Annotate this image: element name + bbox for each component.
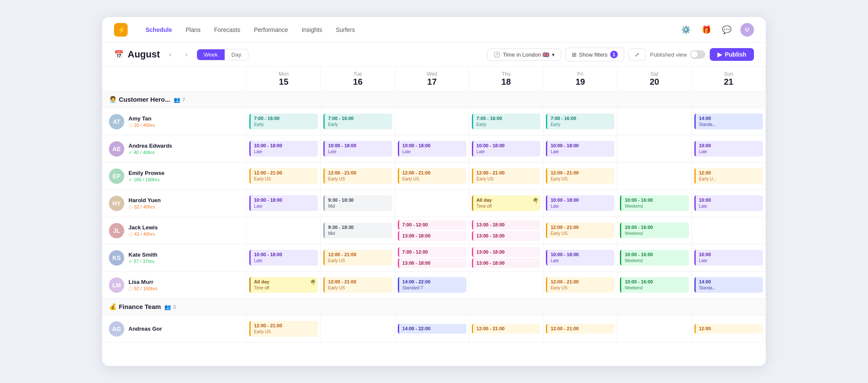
shift-block[interactable]: 10:00 - 18:00Late bbox=[472, 141, 540, 157]
shift-block[interactable]: 12:00 - 21:00 bbox=[472, 324, 540, 334]
shift-block[interactable]: 10:00 - 18:00Late bbox=[249, 141, 318, 157]
shift-block[interactable]: 13:00 - 18:00 bbox=[472, 247, 540, 257]
nav-schedule[interactable]: Schedule bbox=[140, 24, 178, 36]
shift-block[interactable]: 9:30 - 18:30Mid bbox=[323, 195, 392, 211]
person-avatar-1-0: AG bbox=[109, 321, 124, 337]
shift-block[interactable]: 9:30 - 18:30Mid bbox=[323, 223, 392, 238]
week-view-button[interactable]: Week bbox=[197, 49, 225, 60]
day-cell-0-4-5: 10:00 - 16:00Weekend bbox=[617, 217, 691, 244]
shift-block[interactable]: 12:00 - 21:00Early US bbox=[546, 168, 614, 184]
nav-surfers[interactable]: Surfers bbox=[330, 24, 361, 36]
shift-block[interactable]: 12:00 - 21:00Early US bbox=[472, 168, 540, 184]
settings-icon[interactable]: ⚙️ bbox=[679, 23, 693, 37]
shift-block[interactable]: 12:00 - 21:00Early US bbox=[323, 168, 392, 184]
published-toggle-switch[interactable] bbox=[690, 50, 705, 59]
shift-block[interactable]: 7:00 - 16:00Early bbox=[472, 114, 540, 129]
show-filters-button[interactable]: ⊞ Show filters 1 bbox=[565, 48, 624, 61]
published-view-toggle: Published view bbox=[650, 50, 706, 59]
shift-block[interactable]: 10:00 - 18:00Late bbox=[249, 195, 318, 211]
shift-block[interactable]: 10:00Late bbox=[694, 195, 763, 211]
shift-block[interactable]: 13:00 - 18:00 bbox=[472, 231, 540, 241]
shift-block[interactable]: 10:00 - 18:00Late bbox=[249, 250, 318, 266]
publish-icon: ▶ bbox=[717, 51, 722, 58]
timezone-button[interactable]: 🕐 Time in London 🇬🇧 ▾ bbox=[487, 49, 561, 61]
shift-block[interactable]: 12:00 bbox=[694, 324, 763, 334]
day-cell-1-0-5 bbox=[617, 315, 691, 342]
shift-block[interactable]: 10:00 - 18:00Late bbox=[398, 141, 466, 157]
help-icon[interactable]: 💬 bbox=[720, 23, 734, 37]
shift-block[interactable]: 10:00Late bbox=[694, 141, 763, 157]
person-details-0-2: Emily Prowse ✓ 160 / 160hrs bbox=[128, 170, 165, 183]
shift-block[interactable]: 10:00 - 18:00Late bbox=[323, 141, 392, 157]
shift-block[interactable]: 12:00 - 21:00Early US bbox=[249, 168, 318, 184]
nav-insights[interactable]: Insights bbox=[296, 24, 328, 36]
shift-block[interactable]: 10:00 - 16:00Weekend bbox=[620, 277, 688, 293]
person-info-0-6: LM Lisa Murr ◌ 92 / 160hrs bbox=[102, 272, 247, 298]
filter-icon: ⊞ bbox=[572, 51, 577, 58]
person-name-0-0: Amy Tan bbox=[128, 115, 155, 122]
next-month-button[interactable]: › bbox=[180, 49, 192, 60]
svg-text:⚡: ⚡ bbox=[117, 26, 126, 34]
schedule-area: Mon 15 Tue 16 Wed 17 Thu 18 Fri 19 Sat 2… bbox=[102, 67, 766, 366]
shift-block[interactable]: 14:00Standa... bbox=[694, 114, 763, 129]
shift-block[interactable]: 7:00 - 16:00Early bbox=[323, 114, 392, 129]
shift-block[interactable]: 10:00 - 16:00Weekend bbox=[620, 250, 688, 266]
shift-block[interactable]: 7:00 - 12:00 bbox=[398, 247, 466, 257]
shift-block[interactable]: 12:00 - 21:00Early US bbox=[398, 168, 466, 184]
shift-block[interactable]: 10:00 - 16:00Weekend bbox=[620, 195, 688, 211]
nav-forecasts[interactable]: Forecasts bbox=[208, 24, 246, 36]
person-info-0-5: KS Kate Smith ✓ 37 / 37hrs bbox=[102, 244, 247, 271]
shift-block[interactable]: 10:00Late bbox=[694, 250, 763, 266]
shift-block[interactable]: 14:00Standa... bbox=[694, 277, 763, 293]
table-row: HY Harold Yuen ◌ 32 / 40hrs 10:00 - 18:0… bbox=[102, 190, 766, 217]
shift-block[interactable]: 12:00 - 21:00Early US bbox=[546, 277, 614, 293]
shift-block[interactable]: 10:00 - 16:00Weekend bbox=[620, 223, 688, 238]
hours-icon-0-5: ✓ bbox=[128, 259, 132, 264]
person-info-1-0: AG Andreas Gor bbox=[102, 315, 247, 342]
prev-month-button[interactable]: ‹ bbox=[164, 49, 176, 60]
day-header-fri: Fri 19 bbox=[543, 67, 617, 91]
shift-block[interactable]: 13:00 - 18:00 bbox=[472, 220, 540, 230]
shift-block[interactable]: 7:00 - 12:00 bbox=[398, 220, 466, 230]
day-view-button[interactable]: Day bbox=[225, 49, 248, 60]
team-row-0: 🧑‍💼 Customer Hero... 👥 7 bbox=[102, 91, 766, 108]
table-row: AT Amy Tan ◌ 20 / 40hrs 7:00 - 16:00Earl… bbox=[102, 108, 766, 135]
shift-block[interactable]: 12:00 - 21:00 bbox=[546, 324, 614, 334]
person-hours-0-5: ✓ 37 / 37hrs bbox=[128, 259, 157, 264]
day-cell-0-4-4: 12:00 - 21:00Early US bbox=[543, 217, 617, 244]
team-name-0: 🧑‍💼 Customer Hero... bbox=[109, 96, 170, 103]
clock-icon: 🕐 bbox=[494, 51, 500, 58]
gift-icon[interactable]: 🎁 bbox=[700, 23, 713, 37]
publish-button[interactable]: ▶ Publish bbox=[710, 48, 754, 61]
shift-block[interactable]: 10:00 - 18:00Late bbox=[546, 250, 614, 266]
shift-block[interactable]: 13:00 - 18:00 bbox=[398, 258, 466, 268]
shift-block[interactable]: 12:00 - 21:00Early US bbox=[323, 277, 392, 293]
day-cell-0-6-4: 12:00 - 21:00Early US bbox=[543, 272, 617, 298]
shift-block[interactable]: 10:00 - 18:00Late bbox=[546, 195, 614, 211]
shift-block[interactable]: All dayTime off🌴 bbox=[472, 195, 540, 211]
month-title: August bbox=[128, 49, 160, 60]
shift-block[interactable]: 7:00 - 16:00Early bbox=[546, 114, 614, 129]
shift-block[interactable]: 12:00 - 21:00Early US bbox=[323, 250, 392, 266]
schedule-body: 🧑‍💼 Customer Hero... 👥 7 AT Amy Tan ◌ 20… bbox=[102, 91, 766, 366]
shift-block[interactable]: 12:00 - 21:00Early US bbox=[546, 223, 614, 238]
nav-performance[interactable]: Performance bbox=[248, 24, 294, 36]
toolbar-left: 📅 August ‹ › Week Day bbox=[114, 49, 480, 60]
day-cell-0-2-1: 12:00 - 21:00Early US bbox=[321, 163, 395, 189]
nav-plans[interactable]: Plans bbox=[180, 24, 206, 36]
expand-button[interactable]: ⤢ bbox=[628, 49, 646, 61]
shift-block[interactable]: 13:00 - 18:00 bbox=[398, 231, 466, 241]
shift-block[interactable]: 7:00 - 16:00Early bbox=[249, 114, 318, 129]
shift-block[interactable]: 12:00 - 21:00Early US bbox=[249, 321, 318, 337]
toolbar: 📅 August ‹ › Week Day 🕐 Time in London 🇬… bbox=[102, 43, 766, 67]
shift-block[interactable]: 14:00 - 22:00Standard T bbox=[398, 277, 466, 293]
user-avatar[interactable]: U bbox=[740, 23, 754, 37]
shift-block[interactable]: 12:00Early U... bbox=[694, 168, 763, 184]
shift-block[interactable]: 10:00 - 18:00Late bbox=[546, 141, 614, 157]
person-avatar-0-4: JL bbox=[109, 223, 124, 238]
shift-block[interactable]: All dayTime off🌴 bbox=[249, 277, 318, 293]
shift-block[interactable]: 14:00 - 22:00 bbox=[398, 324, 466, 334]
shift-block[interactable]: 13:00 - 18:00 bbox=[472, 258, 540, 268]
person-hours-0-4: ◌ 43 / 40hrs bbox=[128, 232, 158, 237]
person-hours-0-1: ✓ 40 / 40hrs bbox=[128, 150, 172, 155]
